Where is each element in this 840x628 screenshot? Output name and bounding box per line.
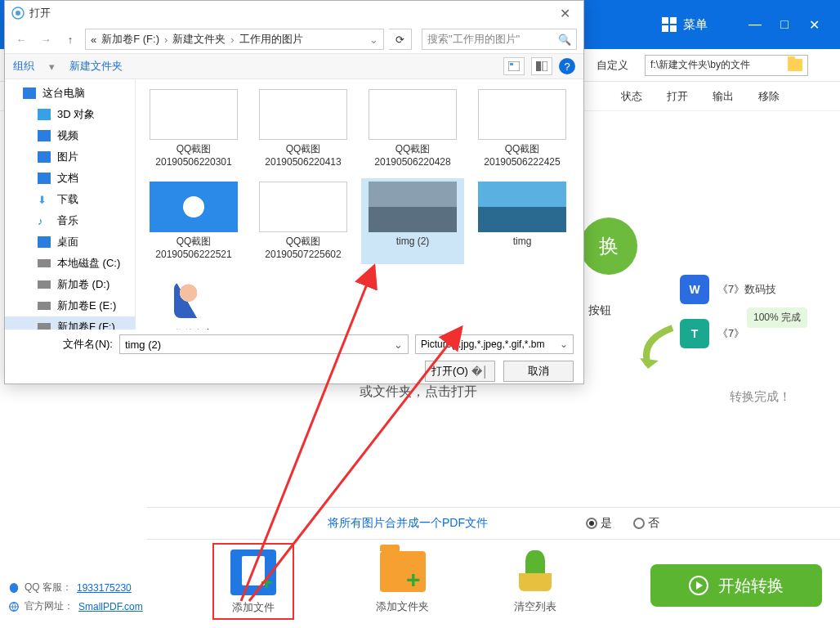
nav-up-button[interactable]: ↑ bbox=[60, 29, 80, 49]
open-button[interactable]: 打开(O) �│ bbox=[425, 361, 495, 382]
new-folder-button[interactable]: 新建文件夹 bbox=[69, 59, 123, 74]
file-grid: QQ截图20190506220301QQ截图20190506220413QQ截图… bbox=[136, 79, 583, 330]
file-item[interactable]: 你的名字 bbox=[142, 271, 245, 330]
tree-item[interactable]: 本地磁盘 (C:) bbox=[5, 253, 135, 274]
crumb-seg[interactable]: 新加卷F (F:) bbox=[98, 32, 163, 47]
svg-point-4 bbox=[10, 582, 19, 592]
file-thumbnail bbox=[150, 274, 238, 325]
file-open-dialog: 打开 ✕ ← → ↑ « 新加卷F (F:)› 新建文件夹› 工作用的图片 ⌄ … bbox=[4, 0, 584, 384]
organize-menu[interactable]: 组织 bbox=[13, 59, 34, 74]
site-link[interactable]: SmallPDF.com bbox=[78, 601, 143, 612]
curve-arrow-icon bbox=[636, 324, 677, 373]
maximize-button[interactable]: □ bbox=[770, 17, 799, 32]
tree-item[interactable]: 视频 bbox=[5, 125, 135, 146]
file-thumbnail bbox=[150, 89, 238, 140]
tree-label: 新加卷E (E:) bbox=[57, 298, 116, 313]
file-item[interactable]: QQ截图20190506220413 bbox=[252, 86, 355, 172]
merge-label: 将所有图片合并成一个PDF文件 bbox=[328, 516, 488, 531]
vid-icon bbox=[38, 130, 51, 141]
tree-label: 文档 bbox=[57, 171, 78, 186]
result-item[interactable]: W 《7》数码技 bbox=[680, 275, 819, 304]
file-label: QQ截图20190507225602 bbox=[253, 236, 353, 261]
tree-label: 这台电脑 bbox=[42, 86, 85, 101]
filename-value: timg (2) bbox=[125, 339, 161, 351]
refresh-button[interactable]: ⟳ bbox=[389, 29, 412, 50]
qq-link[interactable]: 1933175230 bbox=[77, 582, 132, 594]
output-path-input[interactable]: f:\新建文件夹\by的文件 bbox=[645, 55, 808, 76]
tree-item[interactable]: ⬇下载 bbox=[5, 189, 135, 210]
tree-item[interactable]: 新加卷E (E:) bbox=[5, 295, 135, 316]
file-thumbnail bbox=[369, 182, 457, 232]
filename-input[interactable]: timg (2) ⌄ bbox=[119, 334, 409, 354]
pc-icon bbox=[23, 87, 36, 99]
tree-item[interactable]: 3D 对象 bbox=[5, 104, 135, 125]
tree-item[interactable]: 新加卷 (D:) bbox=[5, 274, 135, 295]
tree-label: 视频 bbox=[57, 128, 78, 143]
doc-icon bbox=[38, 173, 51, 184]
svg-rect-8 bbox=[508, 61, 520, 71]
progress-badge: 100% 完成 bbox=[747, 307, 807, 328]
file-item[interactable]: QQ截图20190506220301 bbox=[142, 86, 245, 172]
tree-item[interactable]: ♪音乐 bbox=[5, 210, 135, 231]
file-item[interactable]: QQ截图20190506222521 bbox=[142, 178, 245, 264]
text-icon: T bbox=[680, 319, 709, 348]
chevron-down-icon[interactable]: ⌄ bbox=[394, 339, 403, 351]
tree-item[interactable]: 图片 bbox=[5, 146, 135, 168]
crumb-seg[interactable]: 新建文件夹 bbox=[169, 32, 229, 47]
search-input[interactable]: 搜索"工作用的图片" 🔍 bbox=[422, 29, 577, 50]
nav-back-button[interactable]: ← bbox=[11, 29, 31, 49]
file-item[interactable]: timg bbox=[471, 178, 574, 264]
qq-label: QQ 客服： bbox=[25, 581, 72, 594]
file-thumbnail bbox=[259, 182, 347, 232]
start-convert-button[interactable]: 开始转换 bbox=[650, 564, 822, 607]
close-button[interactable]: ✕ bbox=[799, 17, 829, 33]
tree-item[interactable]: 文档 bbox=[5, 168, 135, 189]
help-button[interactable]: ? bbox=[559, 58, 575, 74]
view-mode-button[interactable] bbox=[503, 57, 525, 75]
tree-label: 桌面 bbox=[57, 235, 78, 249]
menu-button[interactable]: 菜单 bbox=[662, 17, 708, 33]
nav-forward-button[interactable]: → bbox=[36, 29, 56, 49]
file-item[interactable]: QQ截图20190507225602 bbox=[252, 178, 355, 264]
file-item[interactable]: timg (2) bbox=[361, 178, 464, 264]
drive-icon bbox=[38, 323, 51, 330]
add-folder-button[interactable]: 添加文件夹 bbox=[376, 549, 429, 614]
tree-label: 本地磁盘 (C:) bbox=[57, 256, 120, 271]
merge-option-bar: 将所有图片合并成一个PDF文件 是 否 bbox=[147, 507, 840, 540]
add-file-button[interactable]: 添加文件 bbox=[212, 543, 294, 620]
folder-icon bbox=[788, 59, 802, 71]
file-item[interactable]: QQ截图20190506222425 bbox=[471, 86, 574, 172]
file-label: QQ截图20190506220428 bbox=[363, 143, 462, 168]
minimize-button[interactable]: — bbox=[740, 17, 770, 32]
drive-icon bbox=[38, 280, 51, 289]
desk-icon bbox=[38, 236, 51, 248]
crumb-seg[interactable]: 工作用的图片 bbox=[236, 32, 306, 47]
site-label: 官方网址： bbox=[25, 599, 74, 613]
dialog-close-button[interactable]: ✕ bbox=[552, 6, 577, 21]
tree-item[interactable]: 这台电脑 bbox=[5, 83, 135, 104]
file-thumbnail bbox=[150, 182, 238, 232]
file-thumbnail bbox=[478, 182, 566, 232]
cancel-button[interactable]: 取消 bbox=[503, 361, 574, 382]
clear-list-button[interactable]: 清空列表 bbox=[511, 549, 560, 614]
add-folder-icon bbox=[380, 551, 426, 592]
radio-no[interactable]: 否 bbox=[633, 516, 659, 531]
menu-label: 菜单 bbox=[683, 17, 708, 33]
tree-item[interactable]: 新加卷F (F:) bbox=[5, 316, 135, 330]
tree-label: 图片 bbox=[57, 150, 78, 164]
breadcrumb[interactable]: « 新加卷F (F:)› 新建文件夹› 工作用的图片 ⌄ bbox=[85, 29, 384, 50]
radio-yes[interactable]: 是 bbox=[586, 516, 612, 531]
file-item[interactable]: QQ截图20190506220428 bbox=[361, 86, 464, 172]
svg-rect-3 bbox=[670, 25, 677, 32]
chevron-down-icon[interactable]: ⌄ bbox=[369, 34, 378, 46]
header-open: 打开 bbox=[667, 89, 688, 104]
filter-value: Picture(*.jpg,*.jpeg,*.gif,*.bm bbox=[421, 339, 544, 350]
file-filter-select[interactable]: Picture(*.jpg,*.jpeg,*.gif,*.bm ⌄ bbox=[415, 334, 574, 354]
merge-radios: 是 否 bbox=[586, 516, 659, 531]
start-label: 开始转换 bbox=[718, 575, 784, 597]
header-status: 状态 bbox=[621, 89, 642, 104]
dialog-icon bbox=[11, 7, 25, 20]
convert-circle[interactable]: 换 bbox=[580, 218, 637, 275]
preview-pane-button[interactable] bbox=[531, 57, 552, 75]
tree-item[interactable]: 桌面 bbox=[5, 231, 135, 253]
